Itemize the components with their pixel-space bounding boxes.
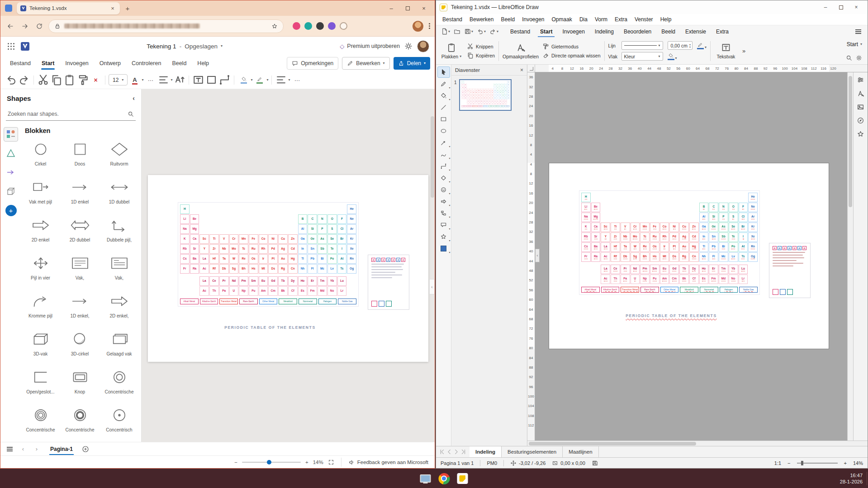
toolbar-settings-icon[interactable] bbox=[856, 55, 862, 61]
line-style-select[interactable] bbox=[621, 41, 663, 50]
shape-item[interactable]: Pijl in vier bbox=[21, 254, 60, 292]
premium-button[interactable]: ◇Premium uitproberen bbox=[340, 43, 400, 50]
lo-close-button[interactable] bbox=[849, 0, 864, 14]
shape-item[interactable]: 3D-cirkel bbox=[61, 330, 99, 368]
start-button[interactable] bbox=[400, 473, 412, 484]
browser-menu-icon[interactable] bbox=[429, 25, 430, 27]
shape-item[interactable]: Open/geslot... bbox=[21, 368, 60, 406]
vertical-scrollbar[interactable] bbox=[847, 72, 853, 441]
page-tab[interactable]: Pagina-1 bbox=[46, 444, 77, 454]
menu-beeld[interactable]: Beeld bbox=[167, 57, 191, 70]
menu-invoegen[interactable]: Invoegen bbox=[60, 57, 93, 70]
align-button[interactable] bbox=[157, 74, 170, 86]
info-card[interactable]: AAAAAAA bbox=[368, 255, 409, 310]
find-icon[interactable] bbox=[846, 55, 852, 61]
vertical-ruler[interactable]: 3632282420161284481216202428323640444852… bbox=[527, 72, 535, 441]
visio-canvas[interactable]: HHeLiBeBCNOFNeNaMgAlSiPSClArKCaScTiVCrMn… bbox=[142, 89, 435, 442]
stars-tool[interactable] bbox=[437, 231, 450, 242]
tab-beoordelen[interactable]: Beoordelen bbox=[619, 26, 656, 37]
scrollbar-thumb[interactable] bbox=[529, 442, 696, 445]
shape-item[interactable]: 3D-vak bbox=[21, 330, 60, 368]
layer-tab-indeling[interactable]: Indeling bbox=[470, 446, 502, 457]
lo-maximize-button[interactable] bbox=[833, 0, 849, 14]
tab-close-icon[interactable] bbox=[109, 5, 116, 12]
shape-item[interactable]: Knop bbox=[61, 368, 99, 406]
undo-button[interactable] bbox=[5, 74, 17, 86]
paste-button[interactable] bbox=[63, 74, 76, 86]
menu-bestand[interactable]: Bestand bbox=[5, 57, 36, 70]
feedback-link[interactable]: Feedback geven aan Microsoft bbox=[348, 459, 428, 465]
layer-tab-besturingselementen[interactable]: Besturingselementen bbox=[502, 446, 563, 457]
document-title-group[interactable]: Tekening 1 - Opgeslagen bbox=[147, 43, 223, 50]
clear-formatting-button[interactable]: Directe opmaak wissen bbox=[542, 52, 601, 59]
lo-minimize-button[interactable] bbox=[818, 0, 833, 14]
lo-menu-invoegen[interactable]: Invoegen bbox=[518, 14, 548, 24]
insert-textbox-button[interactable]: Tekstvak bbox=[714, 43, 738, 59]
extension-icon[interactable] bbox=[316, 22, 324, 30]
panel-collapse-handle[interactable] bbox=[535, 249, 540, 262]
align-caret[interactable] bbox=[171, 78, 172, 82]
periodic-table-drawing[interactable]: HHeLiBeBCNOFNeNaMgAlSiPSClArKCaScTiVCrMn… bbox=[579, 190, 760, 295]
add-page-button[interactable] bbox=[82, 445, 89, 453]
horizontal-ruler[interactable]: 4812162024283236404448525660646872768084… bbox=[535, 65, 868, 72]
area-color-button[interactable] bbox=[668, 53, 677, 60]
shape-item[interactable]: Vak, bbox=[61, 254, 99, 292]
lo-menu-opmaak[interactable]: Opmaak bbox=[548, 14, 576, 24]
fit-page-icon[interactable] bbox=[328, 459, 334, 465]
settings-gear-icon[interactable] bbox=[404, 42, 413, 50]
canvas-vertical-scrollbar[interactable] bbox=[431, 94, 434, 432]
stencil-arrows[interactable] bbox=[4, 165, 18, 180]
browser-profile-avatar[interactable] bbox=[413, 21, 423, 32]
tab-extensie[interactable]: Extensie bbox=[680, 26, 711, 37]
reload-button[interactable] bbox=[34, 21, 45, 32]
extension-icon[interactable] bbox=[340, 22, 347, 30]
3d-objects-tool[interactable] bbox=[437, 243, 450, 254]
line-color-caret[interactable] bbox=[266, 78, 268, 82]
stencil-shapes[interactable] bbox=[4, 146, 18, 161]
lo-menu-beeld[interactable]: Beeld bbox=[497, 14, 518, 24]
symbol-shapes-tool[interactable] bbox=[437, 184, 450, 195]
search-icon[interactable] bbox=[128, 111, 134, 117]
styles-button[interactable]: Opmaakprofielen bbox=[503, 43, 539, 59]
redo-button[interactable] bbox=[488, 27, 500, 36]
lo-menu-help[interactable]: Help bbox=[657, 14, 675, 24]
font-color-button[interactable]: A bbox=[128, 74, 141, 86]
save-button[interactable] bbox=[463, 27, 474, 36]
flowchart-tool[interactable] bbox=[437, 208, 450, 219]
taskbar-clock[interactable]: 16:47 28-1-2026 bbox=[840, 469, 863, 488]
menu-help[interactable]: Help bbox=[192, 57, 214, 70]
shapes-icon[interactable] bbox=[857, 130, 864, 138]
shape-item[interactable]: Vak, bbox=[100, 254, 138, 292]
browser-workspace-icon[interactable] bbox=[5, 5, 12, 12]
extension-icon[interactable] bbox=[293, 22, 300, 30]
area-style-select[interactable]: Kleur bbox=[621, 52, 663, 61]
address-field[interactable] bbox=[48, 19, 284, 33]
line-tool[interactable] bbox=[437, 102, 450, 113]
libreoffice-draw-button[interactable] bbox=[457, 473, 468, 484]
edit-mode-button[interactable]: Bewerken bbox=[342, 57, 389, 70]
menubar-toggle-icon[interactable] bbox=[855, 31, 861, 32]
zoom-slider[interactable] bbox=[242, 462, 301, 463]
menu-start[interactable]: Start bbox=[37, 57, 59, 70]
lo-menu-venster[interactable]: Venster bbox=[631, 14, 657, 24]
tab-bestand[interactable]: Bestand bbox=[505, 26, 535, 37]
open-button[interactable] bbox=[452, 27, 462, 36]
shape-item[interactable]: Ruitvorm bbox=[100, 140, 138, 178]
callouts-tool[interactable] bbox=[437, 219, 450, 231]
line-color-button[interactable] bbox=[697, 42, 707, 49]
tab-beeld[interactable]: Beeld bbox=[656, 26, 680, 37]
shape-item[interactable]: 1D enkel bbox=[61, 178, 99, 216]
shape-item[interactable]: Kromme pijl bbox=[21, 292, 60, 330]
new-document-button[interactable] bbox=[440, 27, 451, 36]
collapse-panel-icon[interactable] bbox=[133, 95, 135, 102]
shape-item[interactable]: 1D enkel, bbox=[61, 292, 99, 330]
extension-icon[interactable] bbox=[328, 22, 336, 30]
copy-button[interactable] bbox=[50, 74, 62, 86]
next-page-icon[interactable] bbox=[453, 449, 460, 455]
info-card[interactable]: AAAAAAA bbox=[769, 243, 811, 298]
lo-menu-bewerken[interactable]: Bewerken bbox=[466, 14, 497, 24]
shape-item[interactable]: Dubbele pijl, bbox=[100, 216, 138, 254]
arrow-line-tool[interactable] bbox=[437, 137, 450, 148]
arrange-button[interactable] bbox=[275, 74, 287, 86]
grow-font-button[interactable] bbox=[173, 74, 185, 86]
